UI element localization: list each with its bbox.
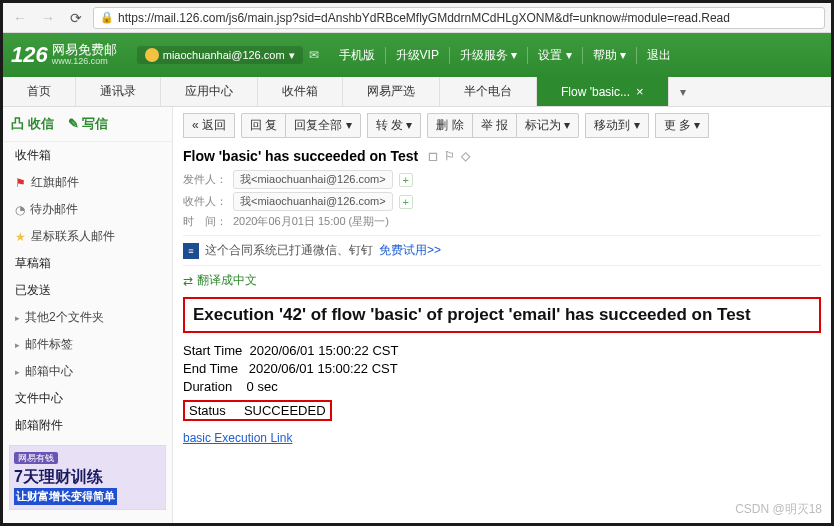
flag-icon: ⚑	[15, 176, 26, 190]
sidebar-item-files[interactable]: 文件中心	[3, 385, 172, 412]
close-icon[interactable]: ×	[636, 84, 644, 99]
compose-button[interactable]: ✎ 写信	[68, 115, 109, 133]
tab-bar: 首页 通讯录 应用中心 收件箱 网易严选 半个电台 Flow 'basic...…	[3, 77, 831, 107]
back-button[interactable]: « 返回	[183, 113, 235, 138]
logo-sub: www.126.com	[52, 57, 117, 67]
sidebar-item-flag[interactable]: ⚑红旗邮件	[3, 169, 172, 196]
delete-button[interactable]: 删 除	[427, 113, 471, 138]
caret-icon: ▸	[15, 313, 20, 323]
to-value[interactable]: 我<miaochuanhai@126.com>	[233, 192, 393, 211]
url-text: https://mail.126.com/js6/main.jsp?sid=dA…	[118, 11, 730, 25]
tag-icon[interactable]: ◇	[461, 149, 470, 163]
mark-button[interactable]: 标记为 ▾	[516, 113, 579, 138]
star-icon: ★	[15, 230, 26, 244]
dur-value: 0 sec	[247, 379, 278, 394]
forward-icon[interactable]: →	[37, 7, 59, 29]
tab-radio[interactable]: 半个电台	[440, 77, 537, 106]
from-label: 发件人：	[183, 172, 227, 187]
link-mobile[interactable]: 手机版	[329, 47, 385, 64]
flag-outline-icon[interactable]: ⚐	[444, 149, 455, 163]
sidebar-item-tags[interactable]: ▸邮件标签	[3, 331, 172, 358]
body-headline-box: Execution '42' of flow 'basic' of projec…	[183, 297, 821, 333]
logo-title: 网易免费邮	[52, 43, 117, 57]
link-help[interactable]: 帮助 ▾	[582, 47, 636, 64]
notice-text: 这个合同系统已打通微信、钉钉	[205, 242, 373, 259]
link-upgrade[interactable]: 升级服务 ▾	[449, 47, 527, 64]
sidebar-item-sent[interactable]: 已发送	[3, 277, 172, 304]
to-label: 收件人：	[183, 194, 227, 209]
start-value: 2020/06/01 15:00:22 CST	[249, 343, 398, 358]
sidebar-item-other[interactable]: ▸其他2个文件夹	[3, 304, 172, 331]
notice-icon: ≡	[183, 243, 199, 259]
reload-icon[interactable]: ⟳	[65, 7, 87, 29]
move-button[interactable]: 移动到 ▾	[585, 113, 648, 138]
notice-link[interactable]: 免费试用>>	[379, 242, 441, 259]
sidebar-item-center[interactable]: ▸邮箱中心	[3, 358, 172, 385]
to-row: 收件人： 我<miaochuanhai@126.com> +	[183, 192, 821, 211]
more-button[interactable]: 更 多 ▾	[655, 113, 710, 138]
add-contact-icon[interactable]: +	[399, 173, 413, 187]
watermark: CSDN @明灭18	[735, 501, 822, 518]
mail-subject: Flow 'basic' has succeeded on Test	[183, 148, 418, 164]
tab-active-mail[interactable]: Flow 'basic... ×	[537, 77, 669, 106]
tab-apps[interactable]: 应用中心	[161, 77, 258, 106]
translate-label: 翻译成中文	[197, 272, 257, 289]
sidebar-item-draft[interactable]: 草稿箱	[3, 250, 172, 277]
ad-headline: 7天理财训练	[14, 467, 161, 488]
back-icon[interactable]: ←	[9, 7, 31, 29]
url-bar[interactable]: 🔒 https://mail.126.com/js6/main.jsp?sid=…	[93, 7, 825, 29]
sidebar-item-todo[interactable]: ◔待办邮件	[3, 196, 172, 223]
tab-contacts[interactable]: 通讯录	[76, 77, 161, 106]
sidebar-ad[interactable]: 网易有钱 7天理财训练 让财富增长变得简单	[9, 445, 166, 510]
mail-subject-row: Flow 'basic' has succeeded on Test ◻ ⚐ ◇	[183, 148, 821, 164]
ad-sub: 让财富增长变得简单	[14, 488, 117, 505]
ad-tag: 网易有钱	[14, 452, 58, 464]
body-headline: Execution '42' of flow 'basic' of projec…	[193, 305, 811, 325]
caret-icon: ▸	[15, 340, 20, 350]
link-vip[interactable]: 升级VIP	[385, 47, 449, 64]
lock-icon: 🔒	[100, 11, 114, 24]
forward-button[interactable]: 转 发 ▾	[367, 113, 422, 138]
status-value: SUCCEEDED	[244, 403, 326, 418]
spam-button[interactable]: 举 报	[472, 113, 516, 138]
mail-toolbar: « 返回 回 复回复全部 ▾ 转 发 ▾ 删 除举 报标记为 ▾ 移动到 ▾ 更…	[183, 113, 821, 138]
translate-button[interactable]: ⇄ 翻译成中文	[183, 266, 821, 295]
link-settings[interactable]: 设置 ▾	[527, 47, 581, 64]
bookmark-icon[interactable]: ◻	[428, 149, 438, 163]
caret-icon: ▸	[15, 367, 20, 377]
status-box: Status SUCCEEDED	[183, 400, 332, 421]
mail-icon[interactable]: ✉	[309, 48, 319, 62]
reply-all-button[interactable]: 回复全部 ▾	[285, 113, 360, 138]
dur-label: Duration	[183, 379, 232, 394]
end-label: End Time	[183, 361, 238, 376]
user-email: miaochuanhai@126.com	[163, 49, 285, 61]
clock-icon: ◔	[15, 203, 25, 217]
time-label: 时 间：	[183, 214, 227, 229]
sidebar-item-star[interactable]: ★星标联系人邮件	[3, 223, 172, 250]
tab-yanxuan[interactable]: 网易严选	[343, 77, 440, 106]
translate-icon: ⇄	[183, 274, 193, 288]
logo[interactable]: 126 网易免费邮 www.126.com	[11, 42, 117, 68]
top-links: 手机版 升级VIP 升级服务 ▾ 设置 ▾ 帮助 ▾ 退出	[329, 47, 681, 64]
mail-header: 126 网易免费邮 www.126.com miaochuanhai@126.c…	[3, 33, 831, 77]
add-contact-icon[interactable]: +	[399, 195, 413, 209]
link-logout[interactable]: 退出	[636, 47, 681, 64]
browser-toolbar: ← → ⟳ 🔒 https://mail.126.com/js6/main.js…	[3, 3, 831, 33]
from-row: 发件人： 我<miaochuanhai@126.com> +	[183, 170, 821, 189]
sidebar-item-attach[interactable]: 邮箱附件	[3, 412, 172, 439]
sidebar-item-inbox[interactable]: 收件箱	[3, 142, 172, 169]
time-value: 2020年06月01日 15:00 (星期一)	[233, 214, 389, 229]
execution-link[interactable]: basic Execution Link	[183, 431, 292, 445]
tab-home[interactable]: 首页	[3, 77, 76, 106]
reply-button[interactable]: 回 复	[241, 113, 285, 138]
tab-inbox[interactable]: 收件箱	[258, 77, 343, 106]
notice-bar: ≡ 这个合同系统已打通微信、钉钉 免费试用>>	[183, 235, 821, 266]
user-dropdown[interactable]: miaochuanhai@126.com ▾	[137, 46, 303, 64]
mail-content: « 返回 回 复回复全部 ▾ 转 发 ▾ 删 除举 报标记为 ▾ 移动到 ▾ 更…	[173, 107, 831, 523]
receive-button[interactable]: 凸 收信	[11, 115, 54, 133]
start-label: Start Time	[183, 343, 242, 358]
body-details: Start Time 2020/06/01 15:00:22 CST End T…	[183, 343, 821, 445]
time-row: 时 间： 2020年06月01日 15:00 (星期一)	[183, 214, 821, 229]
tab-add-icon[interactable]: ▾	[669, 77, 697, 106]
from-value[interactable]: 我<miaochuanhai@126.com>	[233, 170, 393, 189]
